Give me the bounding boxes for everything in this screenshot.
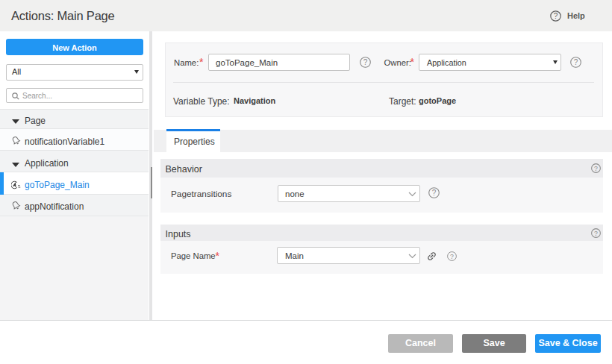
svg-text:?: ? [431,189,436,197]
svg-text:?: ? [574,58,578,66]
svg-text:?: ? [363,58,368,66]
svg-text:?: ? [594,165,598,172]
svg-text:?: ? [554,12,558,20]
svg-text:?: ? [594,229,598,236]
svg-text:?: ? [450,252,454,260]
